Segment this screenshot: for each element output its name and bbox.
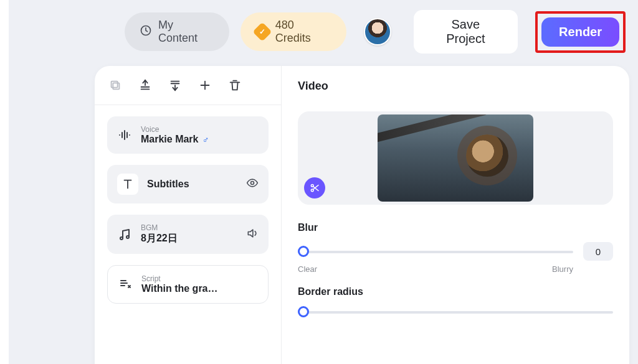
svg-rect-1 bbox=[113, 83, 119, 89]
voice-label: Voice bbox=[141, 125, 209, 134]
right-panel: Video Blur 0 Clear Blurry Border radius bbox=[282, 66, 629, 364]
render-button[interactable]: Render bbox=[541, 17, 619, 47]
visibility-icon[interactable] bbox=[246, 177, 259, 192]
crop-button[interactable] bbox=[304, 177, 325, 198]
text-icon bbox=[117, 174, 138, 195]
bgm-label: BGM bbox=[141, 223, 178, 232]
video-thumbnail bbox=[378, 114, 533, 202]
voice-wave-icon bbox=[117, 128, 132, 142]
bring-forward-icon[interactable] bbox=[138, 78, 152, 92]
bgm-value: 8月22日 bbox=[141, 232, 178, 245]
avatar[interactable] bbox=[364, 18, 391, 45]
voice-value: Markie Mark bbox=[141, 134, 199, 145]
svg-rect-2 bbox=[112, 82, 118, 88]
send-backward-icon[interactable] bbox=[168, 78, 182, 92]
blur-min-label: Clear bbox=[298, 264, 317, 274]
blur-slider[interactable] bbox=[298, 246, 573, 257]
add-icon[interactable] bbox=[198, 78, 212, 92]
svg-point-5 bbox=[126, 236, 129, 238]
voice-card[interactable]: Voice Markie Mark ♂ bbox=[107, 116, 269, 154]
script-card[interactable]: Script Within the gra… bbox=[107, 265, 269, 304]
left-panel: Voice Markie Mark ♂ Subtitles BGM 8 bbox=[95, 66, 282, 364]
blur-value: 0 bbox=[583, 242, 613, 261]
svg-point-3 bbox=[251, 182, 254, 185]
trash-icon[interactable] bbox=[228, 78, 242, 92]
save-project-button[interactable]: Save Project bbox=[414, 10, 518, 54]
volume-icon[interactable] bbox=[246, 227, 259, 242]
credits-icon: ✓ bbox=[252, 22, 272, 42]
script-value: Within the gra… bbox=[141, 283, 218, 294]
blur-max-label: Blurry bbox=[552, 264, 573, 274]
my-content-pill[interactable]: My Content bbox=[125, 12, 229, 51]
border-radius-slider[interactable] bbox=[298, 306, 613, 317]
subtitles-label: Subtitles bbox=[147, 179, 189, 190]
video-section-title: Video bbox=[298, 80, 613, 93]
bgm-card[interactable]: BGM 8月22日 bbox=[107, 215, 269, 254]
blur-slider-thumb[interactable] bbox=[298, 246, 309, 257]
copy-icon[interactable] bbox=[108, 78, 122, 92]
blur-label: Blur bbox=[298, 222, 613, 233]
subtitles-card[interactable]: Subtitles bbox=[107, 165, 269, 203]
male-gender-icon: ♂ bbox=[202, 134, 209, 145]
script-icon bbox=[118, 277, 133, 292]
render-highlight-box: Render bbox=[535, 11, 626, 53]
svg-point-4 bbox=[120, 237, 123, 240]
border-radius-label: Border radius bbox=[298, 286, 613, 297]
video-preview[interactable] bbox=[298, 111, 613, 205]
my-content-label: My Content bbox=[158, 19, 214, 45]
clock-icon bbox=[140, 24, 152, 40]
credits-pill[interactable]: ✓ 480 Credits bbox=[240, 12, 346, 51]
border-radius-slider-thumb[interactable] bbox=[298, 306, 309, 317]
credits-label: 480 Credits bbox=[275, 19, 331, 45]
script-label: Script bbox=[141, 274, 218, 283]
music-icon bbox=[117, 227, 132, 242]
